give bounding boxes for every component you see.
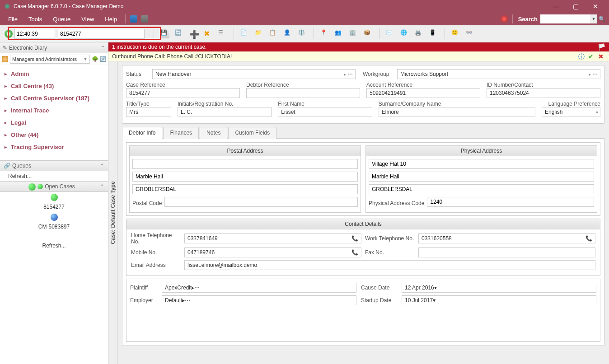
case-ball-icon[interactable]	[51, 194, 58, 201]
phone-icon[interactable]: 📞	[351, 249, 358, 256]
idno-field[interactable]: 1203046375024	[487, 88, 600, 98]
tab-finances[interactable]: Finances	[163, 127, 199, 139]
delete-icon[interactable]: ✖	[204, 29, 213, 38]
caseref-field[interactable]: 8154277	[126, 88, 240, 98]
tree-node[interactable]: ▸Tracing Supervisor	[0, 141, 108, 153]
postal-line1[interactable]	[132, 159, 358, 169]
postal-code-field[interactable]	[164, 197, 358, 207]
physical-line2[interactable]	[369, 172, 594, 182]
initials-field[interactable]: L. C.	[178, 107, 272, 117]
queues-refresh[interactable]: Refresh...	[0, 171, 108, 181]
note-icon[interactable]: 📋	[269, 29, 278, 38]
tree-node[interactable]: ▸Internal Trace	[0, 104, 108, 117]
causedate-field[interactable]: 12 Apr 2016▾	[402, 283, 596, 293]
menu-queue[interactable]: Queue	[47, 14, 76, 24]
open-case-item[interactable]: 8154277	[0, 202, 108, 212]
open-case-item[interactable]: CM-5083897	[0, 222, 108, 232]
plaintiff-field[interactable]: ApexCredit▸⋯	[162, 283, 356, 293]
filter-row: Managers and Administrators ▼ 🌳 🔄	[0, 53, 108, 65]
opencases-header[interactable]: Open Cases ⌃	[0, 181, 108, 192]
mail-icon[interactable]: ✉️	[386, 29, 395, 38]
user-icon[interactable]: 🙂	[451, 29, 460, 38]
opencases-refresh[interactable]: Refresh...	[0, 241, 108, 251]
tab-notes[interactable]: Notes	[200, 127, 227, 139]
firstname-field[interactable]: Lisset	[278, 107, 372, 117]
time-input[interactable]	[14, 29, 55, 39]
person-icon[interactable]: 👤	[284, 29, 293, 38]
tree-node[interactable]: ▸Other (44)	[0, 129, 108, 141]
case-type-strip[interactable]: Case: Default Case Type	[108, 61, 117, 364]
group-icon[interactable]: 👥	[335, 29, 344, 38]
accref-field[interactable]: 509204219491	[366, 88, 480, 98]
refresh-icon[interactable]: 🔄	[175, 29, 184, 38]
tab-custom[interactable]: Custom Fields	[228, 127, 276, 139]
info-icon[interactable]: ⓘ	[578, 53, 586, 60]
reminder-icon[interactable]	[501, 15, 508, 23]
search-go-icon[interactable]: 🔍	[597, 14, 606, 23]
physical-line3[interactable]	[369, 184, 594, 194]
menu-tools[interactable]: Tools	[23, 14, 47, 24]
tree-node[interactable]: ▸Admin	[0, 68, 108, 80]
title-field[interactable]: Mrs	[126, 107, 171, 117]
collapse-icon[interactable]: ⌃	[100, 183, 104, 190]
work-tel-field[interactable]: 0331620558📞	[418, 233, 595, 243]
building-icon[interactable]: 🏢	[349, 29, 358, 38]
maximize-button[interactable]: ▢	[566, 0, 586, 13]
add-icon[interactable]: ➕	[189, 29, 198, 38]
status-field[interactable]: New Handover ▸⋯	[152, 69, 356, 79]
search-input[interactable]	[540, 14, 590, 23]
refresh-small-icon[interactable]: 🔄	[100, 56, 106, 62]
menu-icon-1[interactable]	[130, 15, 137, 23]
tree-node[interactable]: ▸Call Centre (43)	[0, 80, 108, 92]
save-icon[interactable]: 💾	[160, 29, 169, 38]
case-number-input[interactable]	[58, 29, 145, 39]
lang-field[interactable]: English▾	[542, 107, 600, 117]
fax-field[interactable]	[418, 247, 595, 257]
phone-icon[interactable]: 📞	[351, 235, 358, 242]
print-icon[interactable]: 🖨️	[415, 29, 424, 38]
startup-field[interactable]: 10 Jul 2017▾	[402, 295, 596, 305]
collapse-icon[interactable]: ⌃	[101, 45, 105, 51]
minimize-button[interactable]: —	[546, 0, 566, 13]
email-field[interactable]: lisset.elmore@mailbox.demo	[184, 260, 595, 270]
cancel-icon[interactable]: ✖	[598, 53, 605, 60]
alert-flag-icon[interactable]: 🏳️	[598, 43, 605, 51]
workgroup-field[interactable]: Microworks Support ▸⋯	[397, 69, 600, 79]
employer-field[interactable]: Default▸⋯	[162, 295, 356, 305]
check-icon[interactable]: ✔	[588, 53, 595, 60]
home-tel-field[interactable]: 0337841649📞	[184, 233, 361, 243]
collapse-icon[interactable]: ⌃	[100, 163, 104, 169]
globe-icon[interactable]: 🌐	[400, 29, 409, 38]
tab-debtor-info[interactable]: Debtor Info	[122, 127, 162, 139]
surname-field[interactable]: Elmore	[379, 107, 535, 117]
glasses-icon[interactable]: 👓	[466, 29, 475, 38]
physical-code-field[interactable]	[427, 197, 594, 207]
list-icon[interactable]: ☰	[218, 29, 227, 38]
phone-icon[interactable]: 📞	[586, 235, 592, 242]
diary-panel-header[interactable]: ✎ Electronic Diary ⌃	[0, 42, 108, 53]
close-button[interactable]: ✕	[586, 0, 605, 13]
box-icon[interactable]: 📦	[364, 29, 373, 38]
tree-icon[interactable]: 🌳	[92, 56, 98, 62]
folder-icon[interactable]: 📁	[255, 29, 264, 38]
doc-icon[interactable]: 📄	[240, 29, 249, 38]
phone-icon[interactable]: 📱	[429, 29, 438, 38]
menu-file[interactable]: File	[3, 14, 23, 24]
menu-help[interactable]: Help	[99, 14, 122, 24]
menu-view[interactable]: View	[76, 14, 99, 24]
pause-button[interactable]	[5, 30, 13, 38]
tree-node[interactable]: ▸Legal	[0, 117, 108, 129]
menu-icon-2[interactable]	[141, 15, 148, 23]
debtorref-field[interactable]	[246, 88, 360, 98]
queues-header[interactable]: 🔗 Queues ⌃	[0, 160, 108, 171]
physical-line1[interactable]	[369, 159, 594, 169]
case-ball-icon[interactable]	[51, 214, 58, 221]
postal-line3[interactable]	[132, 184, 358, 194]
stamp-icon[interactable]: 📍	[320, 29, 329, 38]
postal-line2[interactable]	[132, 172, 358, 182]
filter-combo[interactable]: Managers and Administrators ▼	[10, 55, 90, 64]
tree-node[interactable]: ▸Call Centre Supervisor (187)	[0, 92, 108, 104]
mobile-field[interactable]: 047189746📞	[184, 247, 361, 257]
gavel-icon[interactable]: ⚖️	[298, 29, 307, 38]
search-dropdown-icon[interactable]: ▼	[590, 14, 597, 23]
